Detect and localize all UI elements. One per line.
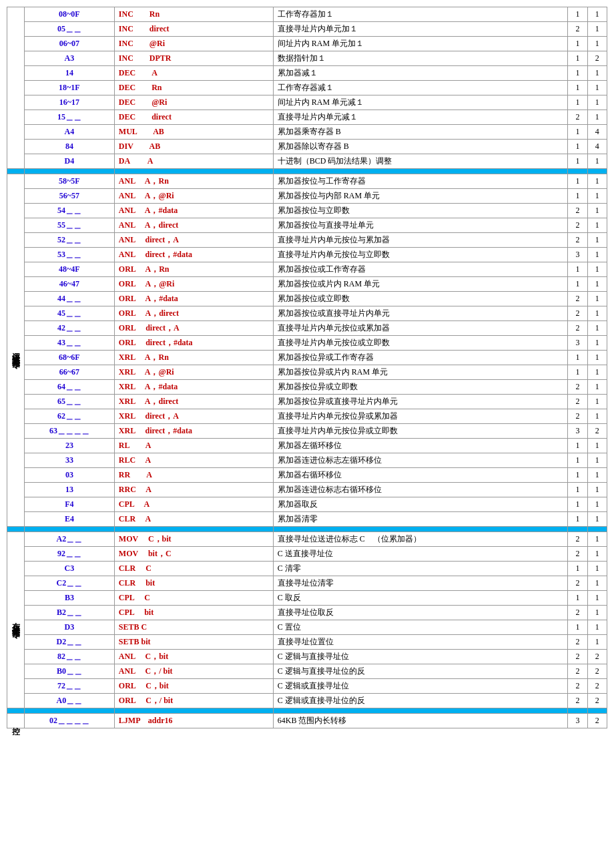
opcode-cell: 62＿＿ bbox=[25, 409, 115, 424]
description-cell: 数据指针加１ bbox=[273, 51, 568, 66]
opcode-cell: 05＿＿ bbox=[25, 22, 115, 37]
opcode-cell: 06~07 bbox=[25, 37, 115, 51]
mnemonic-cell: CLR A bbox=[114, 512, 273, 527]
opcode-cell: E4 bbox=[25, 512, 115, 527]
table-row: 72＿＿ORL C，bitC 逻辑或直接寻址位22 bbox=[7, 679, 607, 694]
bytes-cell: 1 bbox=[568, 189, 587, 204]
table-row: 63＿＿＿＿XRL direct，#data直接寻址片内单元按位异或立即数32 bbox=[7, 424, 607, 439]
cycles-cell: 1 bbox=[587, 95, 607, 110]
description-cell: C 逻辑或直接寻址位的反 bbox=[273, 694, 568, 708]
table-row: A3INC DPTR数据指针加１12 bbox=[7, 51, 607, 66]
mnemonic-cell: RLC A bbox=[114, 453, 273, 468]
table-row: 05＿＿INC direct直接寻址片内单元加１21 bbox=[7, 22, 607, 37]
mnemonic-cell: ORL direct，#data bbox=[114, 336, 273, 351]
table-row: 43＿＿ORL direct，#data直接寻址片内单元按位或立即数31 bbox=[7, 336, 607, 351]
mnemonic-cell: CPL A bbox=[114, 497, 273, 512]
opcode-cell: 14 bbox=[25, 66, 115, 81]
mnemonic-cell: ANL A，#data bbox=[114, 204, 273, 218]
bytes-cell: 1 bbox=[568, 81, 587, 95]
cycles-cell: 2 bbox=[587, 679, 607, 694]
opcode-cell: B0＿＿ bbox=[25, 664, 115, 679]
description-cell: 直接寻址片内单元按位或累加器 bbox=[273, 321, 568, 336]
table-row: F4CPL A累加器取反11 bbox=[7, 497, 607, 512]
description-cell: 累加器连进位标志左循环移位 bbox=[273, 453, 568, 468]
description-cell: 累加器除以寄存器 B bbox=[273, 140, 568, 154]
mnemonic-cell: MUL AB bbox=[114, 125, 273, 140]
bytes-cell: 1 bbox=[568, 439, 587, 453]
mnemonic-cell: INC Rn bbox=[114, 7, 273, 22]
table-row: 65＿＿XRL A，direct累加器按位异或直接寻址片内单元21 bbox=[7, 395, 607, 409]
description-cell: 累加器按位与直接寻址单元 bbox=[273, 218, 568, 233]
table-row: D3SETB CC 置位11 bbox=[7, 620, 607, 635]
cycles-cell: 1 bbox=[587, 110, 607, 125]
mnemonic-cell: CPL C bbox=[114, 591, 273, 606]
description-cell: 累加器减１ bbox=[273, 66, 568, 81]
opcode-cell: 02＿＿＿＿ bbox=[25, 714, 115, 728]
mnemonic-cell: CLR bit bbox=[114, 576, 273, 591]
mnemonic-cell: RR A bbox=[114, 468, 273, 483]
bytes-cell: 1 bbox=[568, 140, 587, 154]
mnemonic-cell: ANL A，Rn bbox=[114, 174, 273, 189]
opcode-cell: B2＿＿ bbox=[25, 606, 115, 620]
bytes-cell: 2 bbox=[568, 664, 587, 679]
table-row: 23RL A累加器左循环移位11 bbox=[7, 439, 607, 453]
bytes-cell: 1 bbox=[568, 365, 587, 380]
opcode-cell: A4 bbox=[25, 125, 115, 140]
opcode-cell: D2＿＿ bbox=[25, 635, 115, 650]
table-row: 06~07INC @Ri间址片内 RAM 单元加１11 bbox=[7, 37, 607, 51]
opcode-cell: 55＿＿ bbox=[25, 218, 115, 233]
mnemonic-cell: MOV C，bit bbox=[114, 532, 273, 547]
cycles-cell: 1 bbox=[587, 336, 607, 351]
table-row: C3CLR CC 清零11 bbox=[7, 562, 607, 576]
table-row: D2＿＿SETB bit直接寻址位置位21 bbox=[7, 635, 607, 650]
description-cell: 64KB 范围内长转移 bbox=[273, 714, 568, 728]
description-cell: 十进制（BCD 码加法结果）调整 bbox=[273, 154, 568, 169]
table-row: 66~67XRL A，@Ri累加器按位异或片内 RAM 单元11 bbox=[7, 365, 607, 380]
table-row: B2＿＿CPL bit直接寻址位取反21 bbox=[7, 606, 607, 620]
opcode-cell: C2＿＿ bbox=[25, 576, 115, 591]
cycles-cell: 1 bbox=[587, 351, 607, 365]
opcode-cell: 33 bbox=[25, 453, 115, 468]
mnemonic-cell: CLR C bbox=[114, 562, 273, 576]
mnemonic-cell: MOV bit，C bbox=[114, 547, 273, 562]
opcode-cell: 82＿＿ bbox=[25, 650, 115, 664]
bytes-cell: 2 bbox=[568, 694, 587, 708]
bytes-cell: 1 bbox=[568, 512, 587, 527]
table-row: 控02＿＿＿＿LJMP addr1664KB 范围内长转移32 bbox=[7, 714, 607, 728]
description-cell: 累加器连进位标志右循环移位 bbox=[273, 483, 568, 497]
cycles-cell: 1 bbox=[587, 292, 607, 306]
mnemonic-cell: XRL A，direct bbox=[114, 395, 273, 409]
description-cell: 累加器按位或片内 RAM 单元 bbox=[273, 277, 568, 292]
description-cell: 直接寻址片内单元按位与立即数 bbox=[273, 248, 568, 262]
cycles-cell: 1 bbox=[587, 635, 607, 650]
opcode-cell: 92＿＿ bbox=[25, 547, 115, 562]
mnemonic-cell: SETB C bbox=[114, 620, 273, 635]
opcode-cell: 64＿＿ bbox=[25, 380, 115, 395]
cycles-cell: 1 bbox=[587, 562, 607, 576]
opcode-cell: 65＿＿ bbox=[25, 395, 115, 409]
table-row: 52＿＿ANL direct，A直接寻址片内单元按位与累加器21 bbox=[7, 233, 607, 248]
mnemonic-cell: XRL A，Rn bbox=[114, 351, 273, 365]
description-cell: C 逻辑或直接寻址位 bbox=[273, 679, 568, 694]
description-cell: 累加器按位与内部 RAM 单元 bbox=[273, 189, 568, 204]
mnemonic-cell: DA A bbox=[114, 154, 273, 169]
description-cell: 直接寻址片内单元按位异或累加器 bbox=[273, 409, 568, 424]
mnemonic-cell: ORL A，direct bbox=[114, 306, 273, 321]
cycles-cell: 1 bbox=[587, 233, 607, 248]
table-row: 03RR A累加器右循环移位11 bbox=[7, 468, 607, 483]
opcode-cell: 52＿＿ bbox=[25, 233, 115, 248]
bytes-cell: 3 bbox=[568, 336, 587, 351]
opcode-cell: 68~6F bbox=[25, 351, 115, 365]
bytes-cell: 1 bbox=[568, 351, 587, 365]
mnemonic-cell: DEC Rn bbox=[114, 81, 273, 95]
cycles-cell: 1 bbox=[587, 22, 607, 37]
opcode-cell: 13 bbox=[25, 483, 115, 497]
bytes-cell: 2 bbox=[568, 110, 587, 125]
description-cell: 直接寻址位送进位标志 C （位累加器） bbox=[273, 532, 568, 547]
bytes-cell: 1 bbox=[568, 497, 587, 512]
bytes-cell: 1 bbox=[568, 591, 587, 606]
bytes-cell: 3 bbox=[568, 424, 587, 439]
description-cell: C 取反 bbox=[273, 591, 568, 606]
bytes-cell: 1 bbox=[568, 95, 587, 110]
bytes-cell: 1 bbox=[568, 174, 587, 189]
